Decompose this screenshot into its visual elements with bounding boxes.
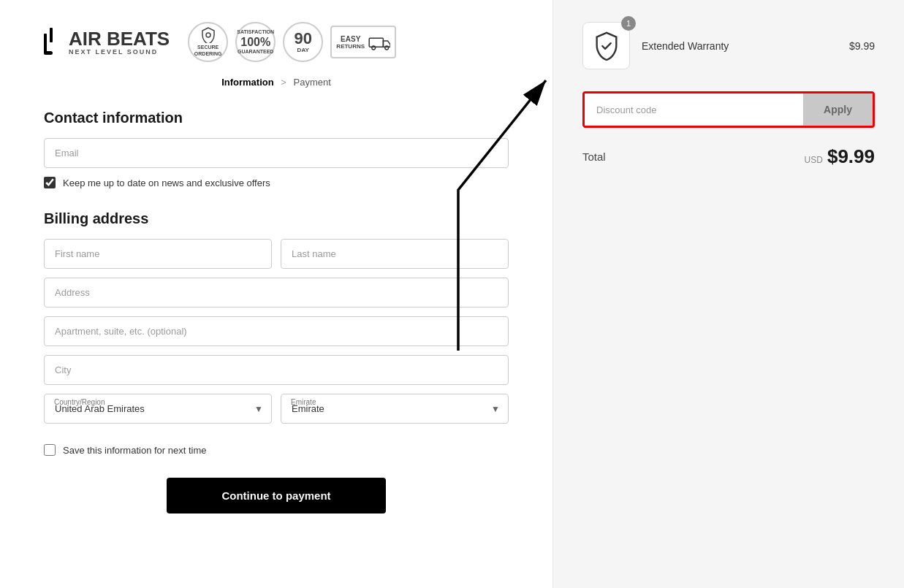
product-name: Extended Warranty [642, 40, 837, 52]
easy-returns-badge: EASY RETURNS [330, 26, 396, 58]
total-amount: USD $9.99 [805, 145, 875, 168]
total-value: $9.99 [827, 145, 875, 168]
continue-payment-button[interactable]: Continue to payment [167, 478, 386, 513]
secure-ordering-badge: SECUREORDERING [188, 22, 228, 62]
satisfaction-badge: SATISFACTION100%GUARANTEED [235, 22, 276, 62]
save-info-label: Save this information for next time [63, 445, 207, 456]
breadcrumb-separator: > [281, 77, 286, 88]
newsletter-row: Keep me up to date on news and exclusive… [44, 177, 509, 188]
warranty-shield-icon [593, 31, 620, 61]
total-label: Total [582, 150, 606, 163]
email-group [44, 138, 509, 168]
apply-button[interactable]: Apply [803, 93, 873, 126]
total-row: Total USD $9.99 [582, 145, 875, 168]
country-label: Country/Region [54, 398, 105, 406]
apartment-input[interactable] [44, 316, 509, 346]
save-info-checkbox[interactable] [44, 444, 56, 456]
breadcrumb: Information > Payment [44, 77, 509, 88]
header: AIR BEATS NEXT LEVEL SOUND SECUREORDERIN… [44, 22, 509, 62]
contact-section-title: Contact information [44, 110, 509, 126]
city-input[interactable] [44, 355, 509, 385]
svg-rect-0 [44, 34, 47, 54]
svg-point-6 [385, 46, 389, 50]
svg-rect-1 [50, 28, 53, 42]
90day-badge: 90DAY [283, 22, 323, 62]
country-select-wrapper: Country/Region United Arab Emirates ▼ [44, 394, 272, 424]
address-input[interactable] [44, 278, 509, 308]
email-input[interactable] [44, 138, 509, 168]
product-row: 1 Extended Warranty $9.99 [582, 22, 875, 69]
order-summary: 1 Extended Warranty $9.99 Apply Total US… [582, 22, 875, 168]
svg-point-5 [372, 46, 376, 50]
last-name-input[interactable] [281, 239, 509, 269]
product-icon [582, 22, 630, 69]
save-info-row: Save this information for next time [44, 444, 509, 456]
discount-code-area: Apply [582, 91, 875, 128]
breadcrumb-payment[interactable]: Payment [294, 77, 331, 88]
svg-rect-4 [369, 38, 383, 47]
trust-badges: SECUREORDERING SATISFACTION100%GUARANTEE… [188, 22, 396, 62]
product-icon-wrap: 1 [582, 22, 630, 69]
first-name-input[interactable] [44, 239, 272, 269]
logo-icon [44, 28, 64, 57]
newsletter-checkbox[interactable] [44, 177, 56, 188]
svg-rect-2 [44, 51, 53, 55]
breadcrumb-information[interactable]: Information [221, 77, 274, 88]
discount-code-input[interactable] [585, 93, 803, 126]
logo-tagline: NEXT LEVEL SOUND [69, 48, 170, 56]
svg-point-3 [206, 33, 210, 37]
truck-icon [368, 34, 390, 50]
logo-name: AIR BEATS [69, 29, 170, 48]
emirate-select-wrapper: Emirate Emirate ▼ [281, 394, 509, 424]
product-price: $9.99 [849, 40, 875, 52]
emirate-label: Emirate [291, 398, 316, 406]
total-currency: USD [805, 155, 823, 165]
product-quantity-badge: 1 [621, 16, 636, 31]
billing-section-title: Billing address [44, 210, 509, 227]
newsletter-label: Keep me up to date on news and exclusive… [63, 177, 270, 188]
